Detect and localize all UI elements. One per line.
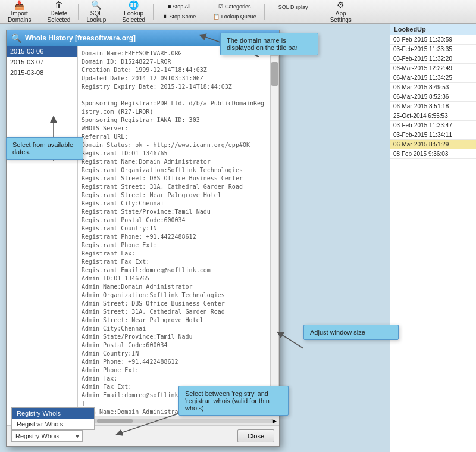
import-icon: 📥 xyxy=(14,0,24,10)
dropdown-popup: Registry Whois Registrar Whois xyxy=(11,407,95,430)
callout-registry: Select between 'registry' and 'registrar… xyxy=(178,386,289,416)
h-scroll-thumb xyxy=(97,419,133,423)
date-item-1[interactable]: 2015-03-07 xyxy=(7,57,77,67)
stop-some-label: ⏸ Stop Some xyxy=(162,14,196,20)
whois-inner: Domain Name:FREESOFTWARE.ORG Domain ID: … xyxy=(78,46,279,416)
delete-icon: 🗑 xyxy=(55,0,63,10)
sep7 xyxy=(322,4,322,20)
dialog-icon: 🔍 xyxy=(11,33,21,43)
sql-lookup-label: SQL xyxy=(90,10,102,17)
app-settings-button[interactable]: ⚙ App Settings xyxy=(325,1,357,22)
sep2 xyxy=(78,4,79,20)
stop-all-label: ■ Stop All xyxy=(168,4,190,10)
lookup-selected-button[interactable]: 🌐 Lookup Selected xyxy=(117,1,151,22)
app-settings-label2: Settings xyxy=(330,17,352,23)
import-domains-button[interactable]: 📥 Import Domains xyxy=(2,1,36,22)
right-panel-header: LookedUp xyxy=(390,24,476,35)
sql-lookup-label2: Lookup xyxy=(86,17,106,23)
sep5 xyxy=(205,4,205,20)
lookup-queue-button[interactable]: 📋 Lookup Queue xyxy=(210,13,259,21)
sep4 xyxy=(153,4,154,20)
date-item-0[interactable]: 2015-03-06 xyxy=(7,46,77,57)
callout-window-text: Adjust window size xyxy=(310,329,365,336)
whois-history-dialog: 🔍 Whois History [freesoftware.org] ✕ 201… xyxy=(6,30,280,447)
close-dialog-button[interactable]: Close xyxy=(237,429,274,442)
delete-selected-label2: Selected xyxy=(47,17,70,23)
h-scroll-right[interactable]: ▶ xyxy=(273,418,277,424)
whois-text[interactable]: Domain Name:FREESOFTWARE.ORG Domain ID: … xyxy=(78,46,270,416)
sql-display-button[interactable]: SQL Display xyxy=(270,2,317,12)
right-panel-item-12[interactable]: 08 Feb 2015 9:36:03 xyxy=(390,149,476,159)
callout-window: Adjust window size xyxy=(303,325,399,340)
right-panel-item-9[interactable]: 03-Feb-2015 11:33:47 xyxy=(390,121,476,130)
whois-horizontal-scrollbar[interactable]: ◀ ▶ xyxy=(78,416,279,425)
lookup-selected-label2: Selected xyxy=(122,17,145,23)
import-domains-label2: Domains xyxy=(8,17,31,23)
delete-selected-button[interactable]: 🗑 Delete Selected xyxy=(42,1,76,22)
date-item-2[interactable]: 2015-03-08 xyxy=(7,67,77,78)
categories-button[interactable]: ☑ Categories xyxy=(210,2,259,11)
app-settings-label: App xyxy=(336,10,346,17)
right-panel-item-8[interactable]: 25-Oct-2014 6:55:53 xyxy=(390,111,476,121)
scroll-thumb xyxy=(271,62,278,86)
sql-lookup-icon: 🔍 xyxy=(91,0,101,10)
whois-type-dropdown[interactable]: Registry Whois Registrar Whois xyxy=(11,430,83,442)
whois-panel: Domain Name:FREESOFTWARE.ORG Domain ID: … xyxy=(78,46,279,425)
dropdown-option-registry[interactable]: Registry Whois xyxy=(12,408,94,419)
right-panel-item-10[interactable]: 03-Feb-2015 11:34:11 xyxy=(390,130,476,140)
lookup-selected-icon: 🌐 xyxy=(129,0,139,10)
dropdown-option-registrar[interactable]: Registrar Whois xyxy=(12,419,94,429)
whois-vertical-scrollbar[interactable]: ▲ ▼ xyxy=(270,46,279,416)
right-panel-item-3[interactable]: 06-Mar-2015 12:22:49 xyxy=(390,64,476,73)
right-panel-item-2[interactable]: 03-Feb-2015 11:32:20 xyxy=(390,54,476,64)
date-list: 2015-03-06 2015-03-07 2015-03-08 xyxy=(7,46,78,425)
titlebar-left: 🔍 Whois History [freesoftware.org] xyxy=(11,33,136,43)
sep1 xyxy=(39,4,39,20)
dropdown-wrapper: Registry Whois Registrar Whois Registry … xyxy=(11,430,83,442)
toolbar: 📥 Import Domains 🗑 Delete Selected 🔍 SQL… xyxy=(0,0,476,24)
stop-some-button[interactable]: ⏸ Stop Some xyxy=(158,13,200,21)
callout-dates: Select from available dates. xyxy=(6,137,83,160)
dialog-title: Whois History [freesoftware.org] xyxy=(25,34,136,42)
categories-label: ☑ Categories xyxy=(218,4,250,10)
sql-display-label: SQL Display xyxy=(278,4,308,10)
delete-selected-label: Delete xyxy=(50,10,67,17)
app-settings-icon: ⚙ xyxy=(337,0,345,10)
sep3 xyxy=(114,4,114,20)
h-scroll-track[interactable] xyxy=(84,419,273,423)
callout-titlebar-text: The domain name is displayed on the titl… xyxy=(227,37,298,51)
right-panel-list: 03-Feb-2015 11:33:59 03-Feb-2015 11:33:3… xyxy=(390,35,476,452)
dropdown-container: Registry Whois Registrar Whois ▼ xyxy=(11,430,83,442)
right-panel-item-0[interactable]: 03-Feb-2015 11:33:59 xyxy=(390,35,476,45)
right-panel-item-7[interactable]: 06-Mar-2015 8:51:18 xyxy=(390,102,476,111)
sep6 xyxy=(264,4,265,20)
lookup-selected-label: Lookup xyxy=(124,10,143,17)
right-panel-item-5[interactable]: 06-Mar-2015 8:49:53 xyxy=(390,83,476,92)
dialog-footer: Registry Whois Registrar Whois Registry … xyxy=(7,425,279,446)
stop-all-button[interactable]: ■ Stop All xyxy=(158,2,200,11)
callout-registry-text: Select between 'registry' and 'registrar… xyxy=(185,390,270,412)
right-panel-item-4[interactable]: 06-Mar-2015 11:34:25 xyxy=(390,73,476,83)
right-panel-item-1[interactable]: 03-Feb-2015 11:33:35 xyxy=(390,45,476,54)
right-panel-item-11[interactable]: 06-Mar-2015 8:51:29 xyxy=(390,140,476,149)
right-panel: LookedUp 03-Feb-2015 11:33:59 03-Feb-201… xyxy=(390,24,476,452)
lookup-queue-label: 📋 Lookup Queue xyxy=(213,14,256,20)
sql-lookup-button[interactable]: 🔍 SQL Lookup xyxy=(81,1,111,22)
import-domains-label: Import xyxy=(11,10,28,17)
right-panel-item-6[interactable]: 06-Mar-2015 8:52:36 xyxy=(390,92,476,102)
scroll-track[interactable] xyxy=(270,55,279,406)
dialog-body: 2015-03-06 2015-03-07 2015-03-08 Domain … xyxy=(7,46,279,425)
callout-titlebar: The domain name is displayed on the titl… xyxy=(220,33,318,55)
callout-dates-text: Select from available dates. xyxy=(12,141,73,155)
